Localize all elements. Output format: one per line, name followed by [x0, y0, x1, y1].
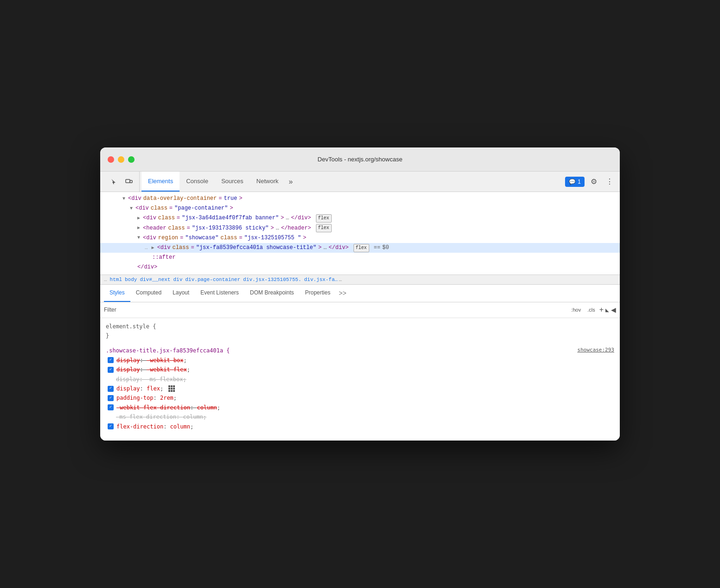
- styles-tabs-more[interactable]: >>: [336, 289, 349, 297]
- element-picker-icon[interactable]: [108, 175, 121, 188]
- css-property: padding-top: 2rem;: [106, 393, 614, 403]
- css-property: flex-direction: column;: [106, 422, 614, 431]
- tab-event-listeners[interactable]: Event Listeners: [195, 285, 244, 302]
- css-close: }: [106, 331, 614, 340]
- tab-sources[interactable]: Sources: [215, 172, 250, 192]
- tab-layout[interactable]: Layout: [167, 285, 195, 302]
- tab-styles[interactable]: Styles: [104, 285, 130, 302]
- css-rule-element-style: element.style { }: [106, 322, 614, 341]
- html-line-selected[interactable]: … ▶ <div class= "jsx-fa8539efcca401a sho…: [100, 243, 620, 253]
- filter-input[interactable]: [119, 307, 566, 313]
- css-property: display: flex;: [106, 384, 614, 393]
- devtools-window: DevTools - nextjs.org/showcase Elements …: [100, 147, 620, 441]
- css-rules-panel: element.style { } .showcase-title.jsx-fa…: [100, 318, 620, 441]
- html-line[interactable]: ▼ <div data-overlay-container= true >: [100, 194, 620, 204]
- add-style-button[interactable]: +: [599, 306, 604, 314]
- css-selector: .showcase-title.jsx-fa8539efcca401a {: [106, 347, 230, 354]
- devtools-more-tabs[interactable]: »: [285, 178, 296, 186]
- devtools-header: Elements Console Sources Network » 💬 1 ⚙…: [100, 172, 620, 192]
- minimize-button[interactable]: [118, 156, 124, 163]
- breadcrumb-page-container[interactable]: div.page-container: [185, 277, 240, 282]
- devtools-right-buttons: 💬 1 ⚙ ⋮: [565, 175, 616, 188]
- device-toggle-icon[interactable]: [122, 175, 135, 188]
- styles-panel-tabs: Styles Computed Layout Event Listeners D…: [100, 285, 620, 302]
- html-line[interactable]: ▶ <header class= "jsx-1931733896 sticky"…: [100, 224, 620, 233]
- breadcrumb-body[interactable]: body: [125, 277, 137, 282]
- close-button[interactable]: [108, 156, 114, 163]
- css-checkbox[interactable]: [108, 395, 114, 401]
- css-selector: element.style {: [106, 322, 614, 331]
- html-line[interactable]: ▼ <div region= "showcase" class= "jsx-13…: [100, 233, 620, 243]
- breadcrumb-html[interactable]: html: [110, 277, 122, 282]
- html-line[interactable]: ▶ <div class= "jsx-3a64d1ae4f0f7fab bann…: [100, 213, 620, 223]
- more-options-button[interactable]: ⋮: [603, 175, 616, 188]
- breadcrumb: … html body div#__next div div.page-cont…: [100, 275, 620, 285]
- html-line[interactable]: ▼ <div class= "page-container" >: [100, 204, 620, 213]
- css-checkbox[interactable]: [108, 367, 114, 373]
- css-checkbox[interactable]: [108, 386, 114, 392]
- css-checkbox[interactable]: [108, 357, 114, 363]
- css-property-disabled: display: -ms-flexbox;: [106, 375, 614, 384]
- filter-label: Filter: [104, 307, 116, 313]
- titlebar: DevTools - nextjs.org/showcase: [100, 147, 620, 172]
- svg-rect-1: [130, 180, 132, 183]
- filter-buttons: :hov .cls + ◣ ◀: [569, 306, 616, 314]
- flex-grid-icon: [168, 385, 175, 392]
- tab-network[interactable]: Network: [250, 172, 285, 192]
- traffic-lights: [108, 156, 135, 163]
- tab-properties[interactable]: Properties: [300, 285, 336, 302]
- devtools-icon-group: [104, 172, 140, 192]
- html-pseudo[interactable]: ::after: [100, 253, 620, 262]
- devtools-tabs: Elements Console Sources Network »: [141, 172, 565, 192]
- panel-icon[interactable]: ◀: [611, 306, 616, 313]
- css-property: -webkit-flex‑direction: column;: [106, 403, 614, 412]
- css-checkbox[interactable]: [108, 423, 114, 429]
- css-property: display: -webkit-flex;: [106, 365, 614, 374]
- hov-button[interactable]: :hov: [569, 306, 583, 313]
- tab-computed[interactable]: Computed: [130, 285, 167, 302]
- filter-bar: Filter :hov .cls + ◣ ◀: [100, 302, 620, 318]
- css-property: display: -webkit-box;: [106, 356, 614, 365]
- breadcrumb-div-next[interactable]: div#__next: [140, 277, 170, 282]
- settings-button[interactable]: ⚙: [587, 175, 600, 188]
- breadcrumb-jsx-fa[interactable]: div.jsx-fa…: [304, 277, 338, 282]
- cls-button[interactable]: .cls: [585, 306, 598, 313]
- css-rule-showcase-title: .showcase-title.jsx-fa8539efcca401a { sh…: [106, 346, 614, 431]
- html-close[interactable]: </div>: [100, 262, 620, 272]
- elements-panel: ▼ <div data-overlay-container= true > ▼ …: [100, 192, 620, 275]
- css-property-disabled: -ms-flex‑direction: column;: [106, 412, 614, 422]
- css-location[interactable]: showcase:293: [578, 346, 614, 355]
- tab-elements[interactable]: Elements: [141, 172, 180, 192]
- svg-rect-0: [126, 179, 130, 183]
- window-title: DevTools - nextjs.org/showcase: [318, 156, 403, 163]
- tab-console[interactable]: Console: [180, 172, 215, 192]
- maximize-button[interactable]: [128, 156, 135, 163]
- breadcrumb-jsx-1325[interactable]: div.jsx-1325105755.: [243, 277, 301, 282]
- feedback-button[interactable]: 💬 1: [565, 177, 585, 187]
- tab-dom-breakpoints[interactable]: DOM Breakpoints: [244, 285, 300, 302]
- breadcrumb-div[interactable]: div: [173, 277, 182, 282]
- css-checkbox[interactable]: [108, 404, 114, 410]
